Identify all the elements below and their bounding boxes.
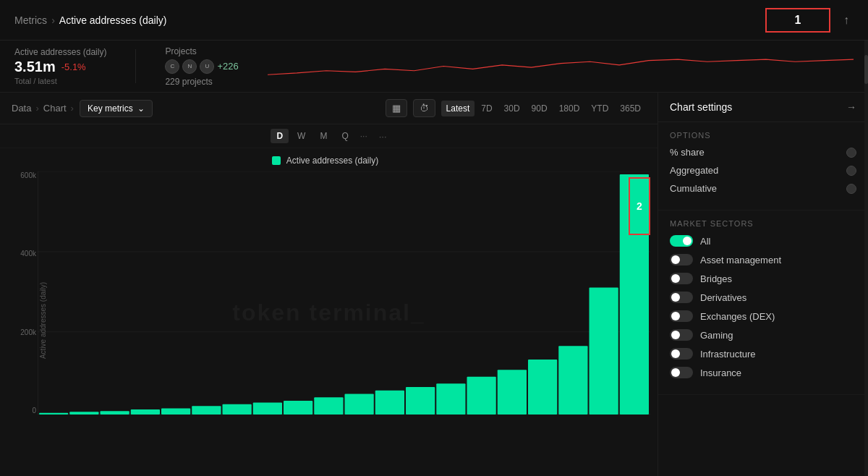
sector-insurance: Insurance (670, 367, 856, 378)
time-filter: Latest 7D 30D 90D 180D YTD 365D (441, 101, 646, 116)
scrollbar-track (864, 41, 868, 476)
time-btn-ytd[interactable]: YTD (586, 101, 613, 116)
red-box-2: 2 (629, 177, 650, 235)
bar-chart: SwellSyncSwapChainlinkKyberSwapSynFuture… (38, 171, 650, 415)
y-label-400k: 400k (3, 250, 36, 258)
chart-settings-header: Chart settings → (658, 93, 868, 122)
gran-btn-d[interactable]: D (271, 129, 289, 143)
sector-insurance-toggle[interactable] (670, 367, 693, 378)
sector-bridges-label: Bridges (700, 273, 732, 284)
time-btn-30d[interactable]: 30D (499, 101, 525, 116)
sector-dex: Exchanges (DEX) (670, 310, 856, 322)
toolbar-data-label[interactable]: Data (12, 103, 31, 114)
sector-derivatives-toggle[interactable] (670, 292, 693, 303)
sector-all-toggle[interactable] (670, 235, 693, 247)
red-box-1: 1 (765, 8, 830, 33)
sector-asset-management: Asset management (670, 254, 856, 265)
metric-value-row: 3.51m -5.1% (14, 59, 106, 75)
option-aggregated: Aggregated (670, 165, 856, 176)
avatar-3: U (200, 59, 214, 74)
svg-rect-13 (161, 408, 190, 415)
svg-rect-27 (375, 391, 404, 415)
option-cumulative-toggle[interactable] (846, 184, 856, 194)
y-label-0: 0 (3, 407, 36, 415)
market-sectors-section: Market sectors All Asset management Brid… (658, 211, 868, 395)
metric-summary: Active addresses (daily) 3.51m -5.1% Tot… (14, 49, 106, 83)
svg-rect-37 (528, 360, 557, 415)
option-pct-share-toggle[interactable] (846, 148, 856, 158)
key-metrics-dropdown[interactable]: Key metrics ⌄ (80, 100, 153, 117)
svg-rect-31 (436, 383, 465, 415)
sector-gaming-label: Gaming (700, 330, 733, 341)
svg-rect-15 (192, 406, 221, 415)
sector-derivatives-label: Derivatives (700, 292, 746, 303)
mini-chart (268, 49, 854, 83)
export-button[interactable]: ↑ (839, 11, 854, 30)
gran-btn-q[interactable]: Q (336, 129, 354, 143)
avatar-1: C (165, 59, 179, 74)
y-label-200k: 200k (3, 328, 36, 336)
options-section-title: Options (670, 131, 856, 140)
toolbar: Data › Chart › Key metrics ⌄ ▦ ⏱ Latest … (0, 93, 658, 124)
sector-dex-toggle[interactable] (670, 310, 693, 322)
toolbar-chart-label[interactable]: Chart (43, 103, 67, 114)
key-metrics-label: Key metrics (88, 103, 133, 114)
chart-area: Active addresses (daily) 2 token termina… (0, 148, 658, 476)
left-panel: Data › Chart › Key metrics ⌄ ▦ ⏱ Latest … (0, 93, 658, 476)
sector-gaming-toggle[interactable] (670, 329, 693, 341)
bar-chart-icon-btn[interactable]: ▦ (386, 99, 407, 117)
option-cumulative: Cumulative (670, 183, 856, 194)
projects-total: 229 projects (165, 77, 238, 87)
time-btn-180d[interactable]: 180D (554, 101, 585, 116)
projects-icons-row: C N U +226 (165, 59, 238, 74)
gran-btn-m[interactable]: M (314, 129, 333, 143)
option-aggregated-toggle[interactable] (846, 166, 856, 176)
sector-infrastructure-label: Infrastructure (700, 349, 756, 360)
y-axis: 600k 400k 200k 0 (3, 171, 36, 415)
svg-rect-29 (406, 387, 435, 415)
option-cumulative-label: Cumulative (670, 183, 717, 194)
toolbar-sep-2: › (71, 103, 74, 114)
sector-bridges-toggle[interactable] (670, 273, 693, 284)
legend-label: Active addresses (daily) (286, 156, 378, 166)
y-axis-label: Active addresses (daily) (39, 281, 47, 358)
gran-btn-w[interactable]: W (292, 129, 311, 143)
scrollbar-thumb[interactable] (864, 55, 868, 84)
svg-rect-9 (101, 411, 129, 415)
time-btn-7d[interactable]: 7D (476, 101, 497, 116)
top-bar: Metrics › Active addresses (daily) 1 ↑ (0, 0, 868, 41)
time-btn-latest[interactable]: Latest (441, 101, 475, 116)
sector-infrastructure-toggle[interactable] (670, 348, 693, 360)
sector-all-label: All (700, 236, 710, 247)
time-btn-365d[interactable]: 365D (615, 101, 646, 116)
settings-arrow-icon[interactable]: → (846, 101, 856, 113)
option-pct-share: % share (670, 147, 856, 158)
clock-icon-btn[interactable]: ⏱ (413, 99, 435, 117)
options-section: Options % share Aggregated Cumulative (658, 122, 868, 211)
svg-rect-35 (498, 370, 527, 415)
svg-rect-7 (69, 412, 98, 415)
svg-rect-33 (467, 377, 496, 415)
divider (135, 49, 136, 83)
chart-legend: Active addresses (daily) (0, 156, 650, 166)
svg-rect-39 (558, 346, 587, 415)
svg-rect-19 (253, 402, 282, 415)
metric-sublabel: Total / latest (14, 77, 106, 85)
svg-rect-41 (590, 288, 618, 415)
sector-dex-label: Exchanges (DEX) (700, 311, 775, 322)
sector-asset-management-toggle[interactable] (670, 254, 693, 265)
breadcrumb-metrics[interactable]: Metrics (14, 14, 47, 26)
sector-insurance-label: Insurance (700, 367, 741, 378)
svg-rect-23 (314, 397, 343, 415)
gran-more-dots: ··· (357, 131, 370, 141)
breadcrumb-current: Active addresses (daily) (59, 14, 167, 26)
granularity-row: D W M Q ··· ··· (0, 124, 658, 148)
sector-all: All (670, 235, 856, 247)
metric-change: -5.1% (61, 61, 86, 72)
sector-gaming: Gaming (670, 329, 856, 341)
market-sectors-title: Market sectors (670, 219, 856, 228)
svg-rect-5 (39, 413, 68, 415)
time-btn-90d[interactable]: 90D (527, 101, 553, 116)
legend-dot (272, 156, 281, 165)
projects-summary: Projects C N U +226 229 projects (165, 49, 238, 83)
